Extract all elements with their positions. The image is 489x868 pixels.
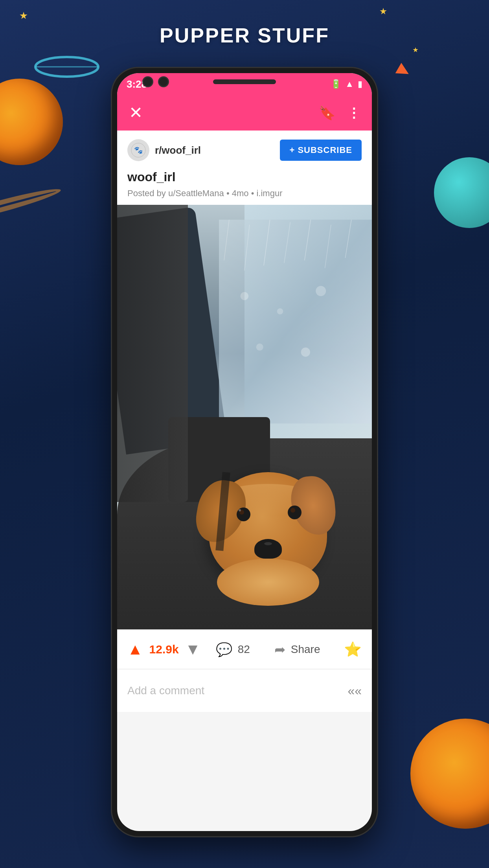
status-bar: 3:28 🔋 ▲ ▮ — [117, 73, 372, 95]
svg-point-12 — [241, 292, 249, 300]
comment-icon: 💬 — [216, 642, 232, 657]
post-header: 🐾 r/woof_irl + SUBSCRIBE — [117, 131, 372, 170]
dog-chest — [217, 559, 319, 606]
status-icons: 🔋 ▲ ▮ — [331, 79, 362, 89]
car-curtain — [117, 205, 188, 502]
planet-orange-left — [0, 79, 63, 165]
upvote-button[interactable]: ▲ — [127, 640, 143, 658]
svg-point-16 — [301, 348, 310, 357]
comment-count: 82 — [238, 643, 250, 656]
subreddit-info: 🐾 r/woof_irl — [127, 139, 201, 161]
svg-rect-4 — [219, 220, 372, 423]
comment-bar[interactable]: Add a comment «« — [117, 669, 372, 712]
rocket-icon: ▶ — [395, 59, 414, 81]
svg-point-15 — [256, 344, 263, 351]
app-bar-right: 🔖 ⋮ — [319, 105, 360, 121]
share-icon: ➦ — [274, 642, 285, 657]
award-icon: ⭐ — [344, 641, 362, 658]
more-options-button[interactable]: ⋮ — [347, 105, 360, 121]
phone-screen: 3:28 🔋 ▲ ▮ ✕ 🔖 ⋮ — [117, 73, 372, 831]
battery-icon: ▮ — [358, 79, 362, 89]
svg-point-14 — [316, 286, 326, 296]
spaceship-left — [31, 51, 102, 83]
svg-text:🐾: 🐾 — [134, 146, 143, 154]
dog-scene — [117, 205, 372, 629]
camera-right — [158, 76, 169, 87]
comment-section[interactable]: 💬 82 — [200, 642, 265, 657]
post-image[interactable] — [117, 205, 372, 629]
share-section[interactable]: ➦ Share — [265, 642, 329, 657]
subscribe-button[interactable]: + SUBSCRIBE — [280, 140, 362, 161]
phone-frame: 3:28 🔋 ▲ ▮ ✕ 🔖 ⋮ — [111, 67, 378, 837]
page-title: PUPPER STUFF — [160, 24, 329, 47]
planet-ring — [0, 184, 62, 228]
subreddit-avatar: 🐾 — [127, 139, 149, 161]
downvote-button[interactable]: ▼ — [185, 640, 201, 658]
star-decoration — [20, 12, 28, 20]
subreddit-name[interactable]: r/woof_irl — [155, 144, 201, 156]
award-section[interactable]: ⭐ — [329, 641, 362, 658]
close-button[interactable]: ✕ — [129, 105, 143, 121]
vibrate-icon: 🔋 — [331, 79, 341, 89]
post-title: woof_irl — [127, 170, 362, 184]
vote-section: ▲ 12.9k ▼ — [127, 640, 200, 658]
app-bar: ✕ 🔖 ⋮ — [117, 95, 372, 131]
comment-input[interactable]: Add a comment — [127, 684, 340, 697]
camera-left — [142, 76, 153, 87]
post-content: woof_irl Posted by u/SeattleMana • 4mo •… — [117, 170, 372, 205]
bookmark-icon[interactable]: 🔖 — [319, 105, 335, 121]
star-decoration — [380, 8, 387, 15]
planet-orange-bottom — [410, 719, 489, 829]
dog-eye-right — [288, 506, 301, 519]
vote-count: 12.9k — [149, 643, 179, 656]
dog-eye-left — [237, 508, 250, 521]
dog-nose — [254, 539, 282, 559]
star-decoration — [413, 47, 418, 53]
share-label: Share — [291, 643, 320, 656]
expand-icon[interactable]: «« — [347, 684, 362, 698]
svg-point-13 — [277, 308, 283, 314]
action-bar: ▲ 12.9k ▼ 💬 82 ➦ Share ⭐ — [117, 629, 372, 669]
wifi-icon: ▲ — [345, 79, 354, 89]
post-meta: Posted by u/SeattleMana • 4mo • i.imgur — [127, 188, 362, 199]
app-bar-left: ✕ — [129, 105, 143, 121]
planet-teal-right — [434, 157, 489, 228]
speaker-grille — [213, 79, 276, 84]
